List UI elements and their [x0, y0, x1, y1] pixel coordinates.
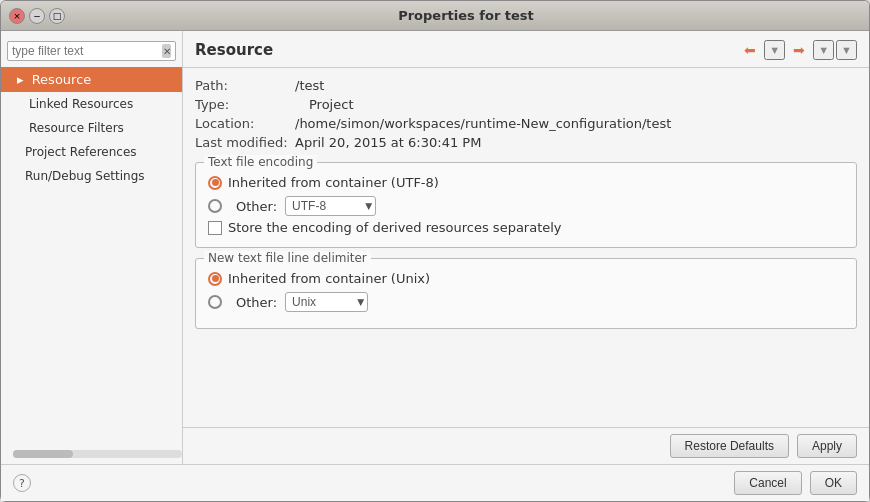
- modified-value: April 20, 2015 at 6:30:41 PM: [295, 135, 481, 150]
- type-label: Type:: [195, 97, 295, 112]
- encoding-inherited-label: Inherited from container (UTF-8): [228, 175, 439, 190]
- store-encoding-checkbox[interactable]: [208, 221, 222, 235]
- delimiter-other-radio[interactable]: [208, 295, 222, 309]
- footer-buttons: Restore Defaults Apply: [183, 427, 869, 464]
- encoding-inherited-row: Inherited from container (UTF-8): [208, 175, 844, 190]
- horizontal-scrollbar[interactable]: [13, 450, 182, 458]
- menu-dropdown-button[interactable]: ▼: [836, 40, 857, 60]
- ok-button[interactable]: OK: [810, 471, 857, 495]
- main-header: Resource ⬅ ▼ ➡ ▼ ▼: [183, 31, 869, 68]
- main-panel: Resource ⬅ ▼ ➡ ▼ ▼ Path:: [183, 31, 869, 464]
- sidebar-item-label: Resource Filters: [29, 121, 124, 135]
- store-encoding-row: Store the encoding of derived resources …: [208, 220, 844, 235]
- filter-input[interactable]: [12, 44, 162, 58]
- chevron-icon: ▸: [17, 72, 24, 87]
- sidebar: ✕ ▸ Resource Linked Resources Resource F…: [1, 31, 183, 464]
- sidebar-item-resource[interactable]: ▸ Resource: [1, 67, 182, 92]
- store-encoding-label: Store the encoding of derived resources …: [228, 220, 562, 235]
- sidebar-item-project-references[interactable]: Project References: [1, 140, 182, 164]
- type-row: Type: Project: [195, 97, 857, 112]
- sidebar-scrollbar-area: [1, 444, 182, 464]
- encoding-inherited-radio[interactable]: [208, 176, 222, 190]
- cancel-button[interactable]: Cancel: [734, 471, 801, 495]
- sidebar-item-label: Project References: [25, 145, 137, 159]
- delimiter-inherited-label: Inherited from container (Unix): [228, 271, 430, 286]
- forward-button[interactable]: ➡: [787, 39, 811, 61]
- back-arrow-icon: ⬅: [744, 42, 756, 58]
- path-label: Path:: [195, 78, 295, 93]
- minimize-button[interactable]: −: [29, 8, 45, 24]
- path-row: Path: /test: [195, 78, 857, 93]
- sidebar-item-linked-resources[interactable]: Linked Resources: [1, 92, 182, 116]
- delimiter-inherited-row: Inherited from container (Unix): [208, 271, 844, 286]
- line-delimiter-section: New text file line delimiter Inherited f…: [195, 258, 857, 329]
- delimiter-select[interactable]: Unix Windows Mac OS X: [285, 292, 368, 312]
- properties-window: × − □ Properties for test ✕ ▸ Resource: [0, 0, 870, 502]
- encoding-other-label: Other:: [236, 199, 277, 214]
- path-value: /test: [295, 78, 324, 93]
- apply-button[interactable]: Apply: [797, 434, 857, 458]
- sidebar-item-run-debug-settings[interactable]: Run/Debug Settings: [1, 164, 182, 188]
- delimiter-dropdown-wrapper: Unix Windows Mac OS X ▼: [285, 292, 368, 312]
- main-body: Path: /test Type: Project Location: /hom…: [183, 68, 869, 427]
- delimiter-other-row: Other: Unix Windows Mac OS X ▼: [208, 292, 844, 312]
- resource-info-table: Path: /test Type: Project Location: /hom…: [195, 78, 857, 150]
- close-button[interactable]: ×: [9, 8, 25, 24]
- window-controls: × − □: [9, 8, 65, 24]
- encoding-other-row: Other: UTF-8 UTF-16 ISO-8859-1 ▼: [208, 196, 844, 216]
- window-title: Properties for test: [71, 8, 861, 23]
- sidebar-item-label: Resource: [32, 72, 92, 87]
- content-area: ✕ ▸ Resource Linked Resources Resource F…: [1, 31, 869, 464]
- location-row: Location: /home/simon/workspaces/runtime…: [195, 116, 857, 131]
- bottom-right: Cancel OK: [734, 471, 857, 495]
- filter-input-wrapper: ✕: [7, 41, 176, 61]
- forward-arrow-icon: ➡: [793, 42, 805, 58]
- navigation-buttons: ⬅ ▼ ➡ ▼ ▼: [738, 39, 857, 61]
- delimiter-inherited-radio[interactable]: [208, 272, 222, 286]
- bottom-bar: ? Cancel OK: [1, 464, 869, 501]
- scrollbar-thumb: [13, 450, 73, 458]
- location-label: Location:: [195, 116, 295, 131]
- titlebar: × − □ Properties for test: [1, 1, 869, 31]
- line-delimiter-legend: New text file line delimiter: [204, 251, 371, 265]
- text-encoding-legend: Text file encoding: [204, 155, 317, 169]
- type-value: Project: [295, 97, 353, 112]
- maximize-button[interactable]: □: [49, 8, 65, 24]
- help-button[interactable]: ?: [13, 474, 31, 492]
- sidebar-item-resource-filters[interactable]: Resource Filters: [1, 116, 182, 140]
- filter-clear-button[interactable]: ✕: [162, 44, 171, 58]
- location-value: /home/simon/workspaces/runtime-New_confi…: [295, 116, 671, 131]
- page-title: Resource: [195, 41, 273, 59]
- sidebar-item-label: Run/Debug Settings: [25, 169, 145, 183]
- restore-defaults-button[interactable]: Restore Defaults: [670, 434, 789, 458]
- bottom-left: ?: [13, 474, 31, 492]
- encoding-select[interactable]: UTF-8 UTF-16 ISO-8859-1: [285, 196, 376, 216]
- encoding-dropdown-wrapper: UTF-8 UTF-16 ISO-8859-1 ▼: [285, 196, 376, 216]
- sidebar-item-label: Linked Resources: [29, 97, 133, 111]
- back-dropdown-button[interactable]: ▼: [764, 40, 785, 60]
- back-button[interactable]: ⬅: [738, 39, 762, 61]
- text-encoding-section: Text file encoding Inherited from contai…: [195, 162, 857, 248]
- forward-dropdown-button[interactable]: ▼: [813, 40, 834, 60]
- delimiter-other-label: Other:: [236, 295, 277, 310]
- modified-row: Last modified: April 20, 2015 at 6:30:41…: [195, 135, 857, 150]
- modified-label: Last modified:: [195, 135, 295, 150]
- encoding-other-radio[interactable]: [208, 199, 222, 213]
